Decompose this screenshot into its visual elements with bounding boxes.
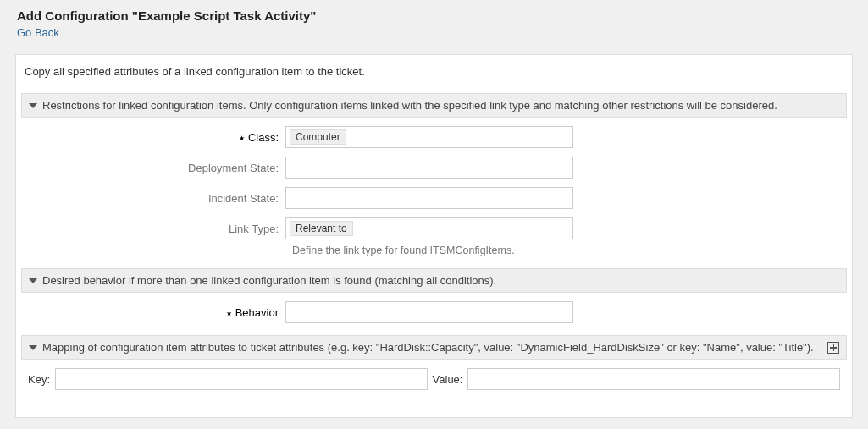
link-type-label: Link Type:: [21, 223, 285, 235]
mapping-header[interactable]: Mapping of configuration item attributes…: [21, 335, 847, 360]
link-type-tag: Relevant to: [290, 221, 353, 236]
class-row: Class: Computer: [21, 126, 847, 148]
behavior-header[interactable]: Desired behavior if more than one linked…: [21, 268, 847, 293]
mapping-widget: Mapping of configuration item attributes…: [21, 335, 847, 390]
collapse-icon: [29, 103, 37, 108]
go-back-link[interactable]: Go Back: [17, 26, 59, 39]
collapse-icon: [29, 278, 37, 283]
mapping-title: Mapping of configuration item attributes…: [42, 341, 822, 354]
deployment-state-label: Deployment State:: [21, 162, 285, 174]
incident-state-row: Incident State:: [21, 187, 847, 209]
intro-text: Copy all specified attributes of a linke…: [16, 55, 852, 88]
behavior-label: Behavior: [21, 306, 285, 319]
class-label: Class:: [21, 131, 285, 144]
page-title: Add Configuration "Example Script Task A…: [17, 8, 851, 23]
class-tag: Computer: [290, 129, 346, 145]
key-label: Key:: [28, 373, 50, 386]
restrictions-header[interactable]: Restrictions for linked configuration it…: [21, 93, 847, 118]
link-type-field[interactable]: Relevant to: [285, 217, 573, 239]
restrictions-title: Restrictions for linked configuration it…: [42, 99, 839, 112]
mapping-kv-row: Key: Value:: [21, 360, 847, 390]
value-label: Value:: [433, 373, 463, 386]
class-field[interactable]: Computer: [285, 126, 573, 148]
incident-state-label: Incident State:: [21, 192, 285, 205]
behavior-widget: Desired behavior if more than one linked…: [21, 268, 847, 323]
value-input[interactable]: [467, 368, 840, 390]
key-input[interactable]: [55, 368, 428, 390]
collapse-icon: [29, 345, 37, 350]
link-type-row: Link Type: Relevant to: [21, 217, 847, 239]
content-panel: Copy all specified attributes of a linke…: [15, 54, 853, 418]
deployment-state-row: Deployment State:: [21, 157, 847, 179]
deployment-state-field[interactable]: [285, 157, 573, 179]
add-mapping-icon[interactable]: [827, 342, 839, 354]
behavior-title: Desired behavior if more than one linked…: [42, 274, 839, 287]
restrictions-widget: Restrictions for linked configuration it…: [21, 93, 847, 256]
behavior-row: Behavior: [21, 301, 847, 323]
page-header: Add Configuration "Example Script Task A…: [0, 0, 868, 46]
link-type-hint: Define the link type for found ITSMConfi…: [292, 245, 847, 256]
behavior-field[interactable]: [285, 301, 573, 323]
incident-state-field[interactable]: [285, 187, 573, 209]
